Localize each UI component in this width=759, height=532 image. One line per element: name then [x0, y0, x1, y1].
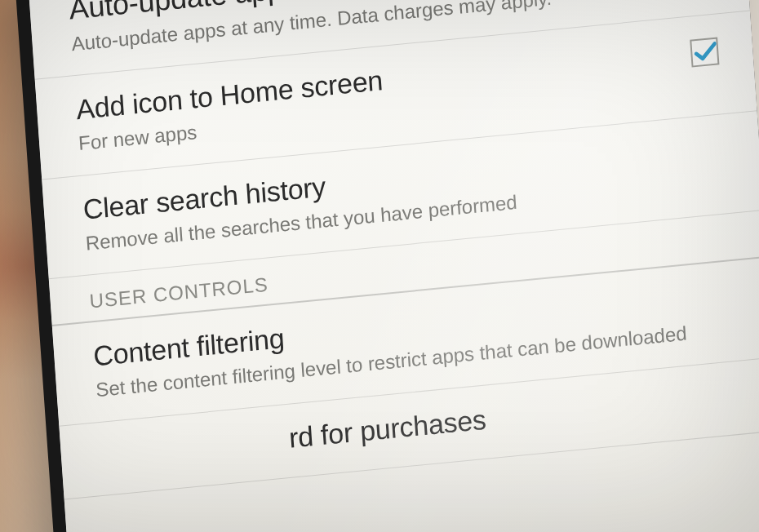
- checkmark-icon: [691, 38, 717, 68]
- checkbox-add-icon[interactable]: [690, 38, 719, 68]
- phone-frame: Auto-update apps Auto-update apps at any…: [27, 0, 759, 532]
- settings-screen: Auto-update apps Auto-update apps at any…: [27, 0, 759, 532]
